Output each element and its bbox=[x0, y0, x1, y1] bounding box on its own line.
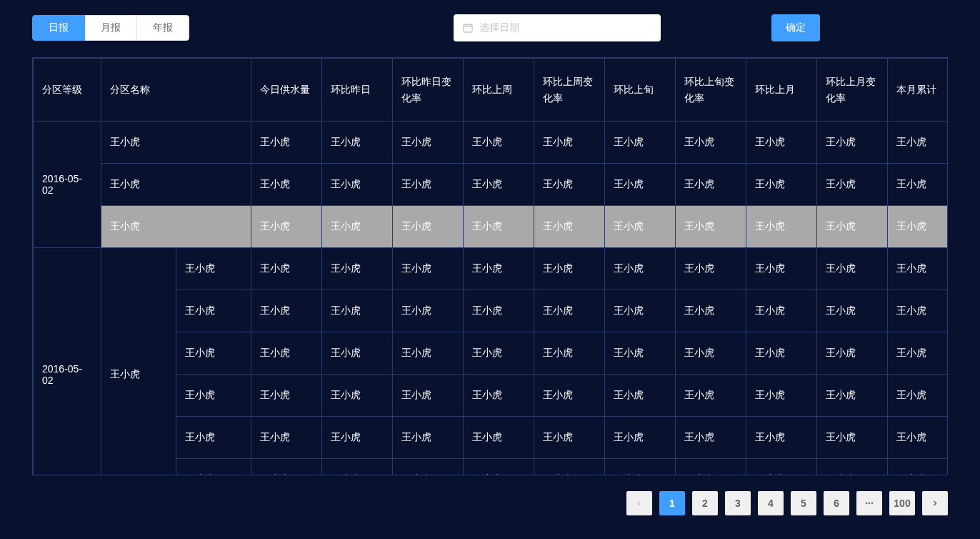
col-header: 环比昨日 bbox=[322, 59, 393, 122]
page-number[interactable]: 3 bbox=[725, 491, 751, 515]
data-cell: 王小虎 bbox=[746, 459, 817, 476]
calendar-icon bbox=[462, 22, 474, 34]
svg-rect-0 bbox=[464, 24, 472, 32]
data-cell: 王小虎 bbox=[322, 164, 393, 206]
chevron-left-icon bbox=[635, 499, 644, 508]
data-cell: 王小虎 bbox=[534, 332, 605, 375]
data-cell: 王小虎 bbox=[888, 290, 949, 332]
data-cell: 王小虎 bbox=[817, 459, 888, 476]
col-header: 环比昨日变化率 bbox=[393, 59, 464, 122]
data-cell: 王小虎 bbox=[393, 206, 464, 248]
data-cell: 王小虎 bbox=[393, 332, 464, 375]
data-cell: 王小虎 bbox=[464, 122, 534, 164]
pagination: 123456···100 bbox=[32, 491, 948, 515]
page-number[interactable]: 2 bbox=[692, 491, 718, 515]
data-cell: 王小虎 bbox=[817, 206, 888, 248]
table-row[interactable]: 王小虎王小虎王小虎王小虎王小虎王小虎王小虎王小虎王小虎王小虎王小虎 bbox=[34, 206, 949, 248]
data-cell: 王小虎 bbox=[251, 164, 322, 206]
data-cell: 王小虎 bbox=[251, 332, 322, 375]
data-cell: 王小虎 bbox=[464, 459, 534, 476]
table-header-row: 分区等级分区名称今日供水量环比昨日环比昨日变化率环比上周环比上周变化率环比上旬环… bbox=[34, 59, 949, 122]
name-group-cell: 王小虎 bbox=[101, 248, 176, 476]
data-cell: 王小虎 bbox=[676, 164, 746, 206]
data-cell: 王小虎 bbox=[322, 248, 393, 290]
page-next[interactable] bbox=[922, 491, 948, 515]
data-cell: 王小虎 bbox=[746, 375, 817, 417]
data-cell: 王小虎 bbox=[888, 459, 949, 476]
data-cell: 王小虎 bbox=[534, 206, 605, 248]
data-cell: 王小虎 bbox=[464, 248, 534, 290]
tab-月报[interactable]: 月报 bbox=[85, 15, 137, 41]
data-cell: 王小虎 bbox=[746, 164, 817, 206]
data-cell: 王小虎 bbox=[464, 332, 534, 375]
data-cell: 王小虎 bbox=[888, 206, 949, 248]
data-cell: 王小虎 bbox=[393, 459, 464, 476]
col-header: 环比上月变化率 bbox=[817, 59, 888, 122]
data-cell: 王小虎 bbox=[251, 375, 322, 417]
data-cell: 王小虎 bbox=[605, 122, 676, 164]
date-placeholder: 选择日期 bbox=[479, 21, 519, 34]
report-tabs: 日报月报年报 bbox=[32, 15, 189, 41]
data-cell: 王小虎 bbox=[534, 290, 605, 332]
col-header: 环比上周 bbox=[464, 59, 534, 122]
data-cell: 王小虎 bbox=[676, 375, 746, 417]
data-cell: 王小虎 bbox=[676, 122, 746, 164]
data-table: 分区等级分区名称今日供水量环比昨日环比昨日变化率环比上周环比上周变化率环比上旬环… bbox=[32, 57, 948, 475]
data-cell: 王小虎 bbox=[746, 417, 817, 459]
data-cell: 王小虎 bbox=[322, 459, 393, 476]
data-cell: 王小虎 bbox=[605, 248, 676, 290]
data-cell: 王小虎 bbox=[817, 248, 888, 290]
page-number[interactable]: 4 bbox=[758, 491, 784, 515]
data-cell: 王小虎 bbox=[464, 290, 534, 332]
col-header: 分区等级 bbox=[34, 59, 101, 122]
data-cell: 王小虎 bbox=[393, 375, 464, 417]
data-cell: 王小虎 bbox=[605, 290, 676, 332]
data-cell: 王小虎 bbox=[746, 122, 817, 164]
data-cell: 王小虎 bbox=[534, 375, 605, 417]
data-cell: 王小虎 bbox=[817, 122, 888, 164]
data-cell: 王小虎 bbox=[676, 459, 746, 476]
data-cell: 王小虎 bbox=[251, 417, 322, 459]
data-cell: 王小虎 bbox=[817, 164, 888, 206]
page-number[interactable]: 5 bbox=[791, 491, 816, 515]
page-ellipsis: ··· bbox=[856, 491, 882, 515]
name-cell: 王小虎 bbox=[176, 332, 251, 375]
data-cell: 王小虎 bbox=[605, 206, 676, 248]
name-cell: 王小虎 bbox=[176, 375, 251, 417]
data-cell: 王小虎 bbox=[817, 375, 888, 417]
page-number[interactable]: 1 bbox=[659, 491, 685, 515]
name-cell: 王小虎 bbox=[176, 248, 251, 290]
data-cell: 王小虎 bbox=[817, 332, 888, 375]
data-cell: 王小虎 bbox=[746, 206, 817, 248]
tab-日报[interactable]: 日报 bbox=[32, 15, 85, 41]
data-cell: 王小虎 bbox=[251, 459, 322, 476]
tab-年报[interactable]: 年报 bbox=[137, 15, 189, 41]
date-picker[interactable]: 选择日期 bbox=[454, 14, 661, 41]
page-number[interactable]: 100 bbox=[889, 491, 915, 515]
name-cell: 王小虎 bbox=[176, 459, 251, 476]
table-row[interactable]: 2016-05-02王小虎王小虎王小虎王小虎王小虎王小虎王小虎王小虎王小虎王小虎… bbox=[34, 248, 949, 290]
data-cell: 王小虎 bbox=[322, 375, 393, 417]
data-cell: 王小虎 bbox=[251, 290, 322, 332]
page-number[interactable]: 6 bbox=[824, 491, 849, 515]
col-header: 环比上旬变化率 bbox=[676, 59, 746, 122]
data-cell: 王小虎 bbox=[817, 290, 888, 332]
confirm-button[interactable]: 确定 bbox=[771, 14, 820, 41]
data-cell: 王小虎 bbox=[888, 164, 949, 206]
table-row[interactable]: 王小虎王小虎王小虎王小虎王小虎王小虎王小虎王小虎王小虎王小虎王小虎 bbox=[34, 164, 949, 206]
toolbar: 日报月报年报 选择日期 确定 bbox=[32, 14, 948, 41]
page-prev[interactable] bbox=[626, 491, 652, 515]
data-cell: 王小虎 bbox=[464, 206, 534, 248]
col-header: 分区名称 bbox=[101, 59, 251, 122]
name-cell: 王小虎 bbox=[176, 290, 251, 332]
data-cell: 王小虎 bbox=[534, 164, 605, 206]
data-cell: 王小虎 bbox=[251, 206, 322, 248]
data-cell: 王小虎 bbox=[464, 375, 534, 417]
level-cell: 2016-05-02 bbox=[34, 122, 101, 248]
data-cell: 王小虎 bbox=[534, 122, 605, 164]
data-cell: 王小虎 bbox=[322, 122, 393, 164]
data-cell: 王小虎 bbox=[888, 375, 949, 417]
table-row[interactable]: 2016-05-02王小虎王小虎王小虎王小虎王小虎王小虎王小虎王小虎王小虎王小虎… bbox=[34, 122, 949, 164]
col-header: 环比上周变化率 bbox=[534, 59, 605, 122]
data-cell: 王小虎 bbox=[888, 122, 949, 164]
